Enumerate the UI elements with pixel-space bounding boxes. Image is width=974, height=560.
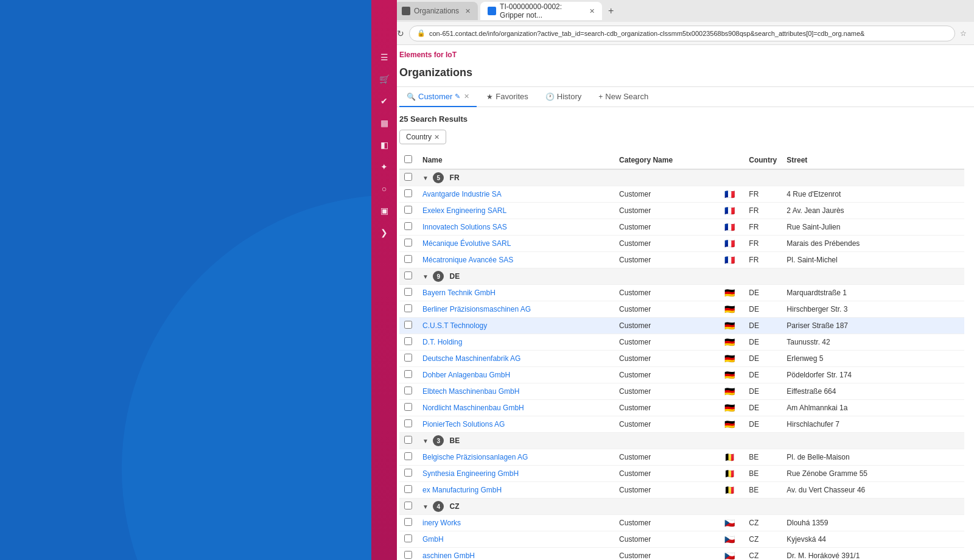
org-link[interactable]: D.T. Holding (422, 338, 462, 346)
row-country: DE (744, 318, 782, 334)
org-link[interactable]: aschinen GmbH (422, 551, 475, 560)
row-checkbox[interactable] (404, 534, 412, 542)
bookmark-icon[interactable]: ☆ (960, 29, 967, 38)
header-country[interactable]: Country (744, 152, 782, 169)
tab-close-2[interactable]: ✕ (589, 7, 595, 15)
org-link[interactable]: inery Works (422, 519, 461, 527)
row-flag: 🇩🇪 (720, 383, 744, 400)
row-checkbox[interactable] (404, 419, 412, 427)
row-checkbox[interactable] (404, 189, 412, 197)
browser-tab-active[interactable]: TI-00000000-0002: Gripper not... ✕ (480, 2, 602, 20)
org-link[interactable]: Avantgarde Industrie SA (422, 190, 502, 198)
sidebar-icon-4[interactable]: ▦ (376, 114, 393, 131)
org-link[interactable]: Mécanique Évolutive SARL (422, 239, 511, 248)
org-link[interactable]: Dohber Anlagenbau GmbH (422, 371, 510, 379)
tab-history[interactable]: 🕐 History (538, 87, 589, 107)
org-link[interactable]: Mécatronique Avancée SAS (422, 256, 513, 264)
row-checkbox[interactable] (404, 321, 412, 329)
group-checkbox-de[interactable] (404, 271, 412, 279)
tab-new-search[interactable]: + New Search (591, 87, 656, 107)
group-checkbox-be[interactable] (404, 436, 412, 444)
tab-customer[interactable]: 🔍 Customer ✎ ✕ (399, 87, 477, 107)
select-all-checkbox[interactable] (404, 155, 412, 163)
table-row: aschinen GmbH Customer 🇨🇿 CZ Dr. M. Horá… (399, 548, 964, 561)
flag-icon: 🇫🇷 (724, 206, 735, 215)
org-link[interactable]: ex Manufacturing GmbH (422, 486, 502, 494)
row-checkbox-col (399, 236, 418, 252)
group-chevron-de[interactable]: ▼ (422, 273, 429, 280)
tab-favorites[interactable]: ★ Favorites (479, 87, 535, 107)
row-name: Innovatech Solutions SAS (418, 219, 614, 236)
filter-chip-country[interactable]: Country ✕ (399, 130, 446, 144)
tab-customer-close[interactable]: ✕ (464, 93, 469, 100)
row-checkbox[interactable] (404, 387, 412, 394)
row-checkbox[interactable] (404, 403, 412, 411)
reload-button[interactable]: ↻ (397, 29, 404, 38)
org-link[interactable]: Deutsche Maschinenfabrik AG (422, 354, 520, 363)
sidebar-icon-9[interactable]: ❯ (376, 224, 393, 241)
sidebar-icon-1[interactable]: ☰ (376, 49, 393, 66)
row-checkbox-col (399, 367, 418, 383)
row-checkbox[interactable] (404, 288, 412, 296)
org-link[interactable]: Nordlicht Maschinenbau GmbH (422, 404, 524, 412)
flag-icon: 🇨🇿 (724, 551, 735, 560)
row-checkbox[interactable] (404, 255, 412, 263)
org-link[interactable]: C.U.S.T Technology (422, 321, 487, 330)
group-checkbox-cz[interactable] (404, 502, 412, 509)
header-category[interactable]: Category Name (614, 152, 720, 169)
row-checkbox[interactable] (404, 551, 412, 559)
group-chevron-be[interactable]: ▼ (422, 438, 429, 444)
group-checkbox-fr[interactable] (404, 173, 412, 181)
edit-icon[interactable]: ✎ (455, 93, 460, 100)
tab-label-2: TI-00000000-0002: Gripper not... (500, 2, 583, 19)
org-link[interactable]: Elbtech Maschinenbau GmbH (422, 387, 519, 396)
row-name: Synthesia Engineering GmbH (418, 466, 614, 482)
sidebar-icon-5[interactable]: ◧ (376, 136, 393, 153)
browser-tab-organizations[interactable]: Organizations ✕ (394, 2, 478, 20)
group-chevron-fr[interactable]: ▼ (422, 175, 429, 181)
row-category: Customer (614, 548, 720, 561)
row-checkbox[interactable] (404, 337, 412, 345)
row-category: Customer (614, 186, 720, 203)
org-link[interactable]: Berliner Präzisionsmaschinen AG (422, 305, 531, 313)
row-checkbox[interactable] (404, 469, 412, 477)
row-checkbox[interactable] (404, 485, 412, 493)
row-checkbox[interactable] (404, 370, 412, 378)
row-name: Dohber Anlagenbau GmbH (418, 367, 614, 383)
org-link[interactable]: GmbH (422, 535, 444, 544)
new-tab-button[interactable]: + (604, 5, 617, 16)
sidebar-icon-8[interactable]: ▣ (376, 202, 393, 219)
row-checkbox[interactable] (404, 304, 412, 312)
row-country: FR (744, 186, 782, 203)
group-expand-col (399, 499, 418, 515)
org-link[interactable]: Synthesia Engineering GmbH (422, 469, 519, 478)
address-bar[interactable]: 🔒 con-651.contact.de/info/organization?a… (409, 26, 955, 41)
sidebar-icon-6[interactable]: ✦ (376, 158, 393, 175)
group-chevron-cz[interactable]: ▼ (422, 503, 429, 510)
tab-close-1[interactable]: ✕ (465, 7, 471, 15)
filter-chip-remove[interactable]: ✕ (434, 133, 440, 141)
org-link[interactable]: Innovatech Solutions SAS (422, 223, 507, 231)
row-checkbox[interactable] (404, 206, 412, 214)
row-name: Avantgarde Industrie SA (418, 186, 614, 203)
sidebar-icon-7[interactable]: ○ (376, 180, 393, 197)
row-checkbox[interactable] (404, 354, 412, 362)
header-street[interactable]: Street (782, 152, 964, 169)
row-checkbox[interactable] (404, 452, 412, 460)
header-name[interactable]: Name (418, 152, 614, 169)
row-checkbox[interactable] (404, 518, 412, 526)
row-country: DE (744, 334, 782, 351)
app-header: Elements for IoT (390, 45, 974, 61)
row-flag: 🇩🇪 (720, 334, 744, 351)
org-link[interactable]: Bayern Technik GmbH (422, 289, 496, 297)
sidebar-icon-3[interactable]: ✔ (376, 93, 393, 110)
group-count-de: 9 (433, 271, 444, 282)
org-link[interactable]: Exelex Engineering SARL (422, 206, 506, 215)
org-link[interactable]: Belgische Präzisionsanlagen AG (422, 453, 528, 461)
row-flag: 🇩🇪 (720, 416, 744, 433)
group-row-de: ▼ 9 DE (399, 268, 964, 285)
org-link[interactable]: PionierTech Solutions AG (422, 420, 505, 429)
sidebar-icon-2[interactable]: 🛒 (376, 71, 393, 88)
row-checkbox[interactable] (404, 222, 412, 230)
row-checkbox[interactable] (404, 239, 412, 247)
